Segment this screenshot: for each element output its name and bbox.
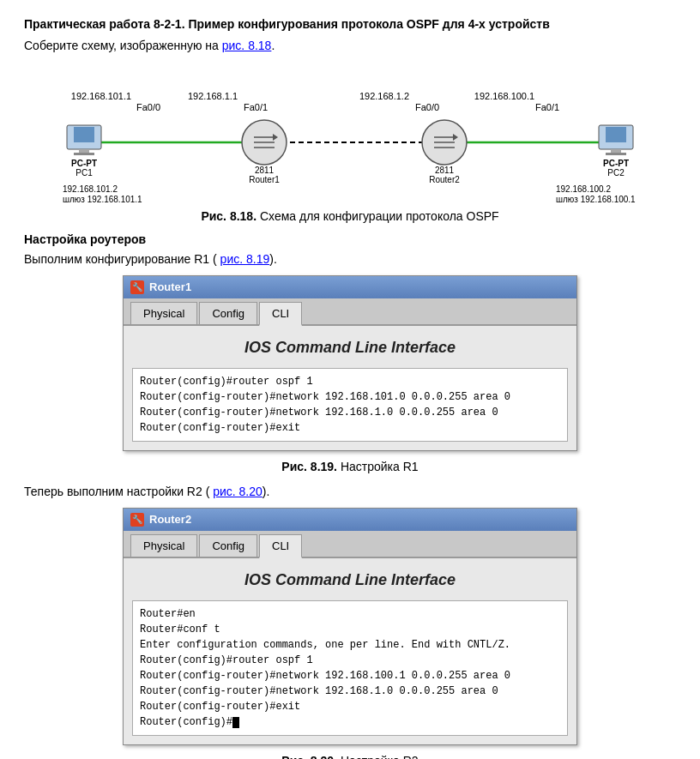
router2-titlebar: 🔧 Router2	[124, 509, 576, 531]
r2-cli-line-4: Router(config)#router ospf 1	[140, 653, 560, 668]
tab-physical[interactable]: Physical	[130, 302, 197, 325]
router2-tab-config[interactable]: Config	[199, 534, 257, 557]
section-r2-text: Теперь выполним настройки R2 ( рис. 8.20…	[24, 483, 676, 501]
tab-cli[interactable]: CLI	[259, 302, 302, 327]
svg-text:шлюз 192.168.100.1: шлюз 192.168.100.1	[556, 195, 636, 202]
svg-text:2811: 2811	[435, 166, 455, 175]
r2-cli-line-1: Router#en	[140, 606, 560, 622]
router1-title: Router1	[149, 279, 191, 296]
svg-text:Router1: Router1	[249, 175, 280, 184]
main-title: Практическая работа 8-2-1. Пример конфиг…	[24, 15, 676, 33]
svg-text:PC2: PC2	[607, 168, 625, 178]
router2-tab-physical[interactable]: Physical	[130, 534, 197, 557]
svg-text:2811: 2811	[255, 166, 275, 175]
svg-rect-14	[74, 153, 94, 155]
svg-text:Fa0/1: Fa0/1	[244, 102, 268, 112]
svg-text:Fa0/0: Fa0/0	[136, 102, 160, 112]
r2-cli-line-8: Router(config)#	[140, 714, 560, 730]
svg-text:PC1: PC1	[75, 168, 93, 178]
link-fig18[interactable]: рис. 8.18	[222, 39, 272, 52]
tab-config[interactable]: Config	[199, 302, 257, 325]
router1-terminal[interactable]: Router(config)#router ospf 1 Router(conf…	[132, 368, 568, 442]
r2-cli-line-3: Enter configuration commands, one per li…	[140, 637, 560, 653]
r2-cli-line-2: Router#conf t	[140, 622, 560, 637]
router2-content: IOS Command Line Interface Router#en Rou…	[124, 558, 576, 744]
cli-line-3: Router(config-router)#network 192.168.1.…	[140, 405, 560, 420]
svg-rect-12	[74, 127, 94, 142]
router1-tabs: Physical Config CLI	[124, 298, 576, 327]
router1-icon: 🔧	[130, 280, 144, 294]
router1-content: IOS Command Line Interface Router(config…	[124, 326, 576, 450]
svg-text:192.168.101.1: 192.168.101.1	[71, 91, 131, 101]
svg-text:Fa0/1: Fa0/1	[535, 102, 559, 112]
router2-tabs: Physical Config CLI	[124, 531, 576, 559]
svg-text:шлюз 192.168.101.1: шлюз 192.168.101.1	[63, 195, 142, 202]
fig19-caption: Рис. 8.19. Настройка R1	[24, 458, 676, 476]
network-diagram: 192.168.101.1 192.168.1.1 192.168.1.2 19…	[24, 65, 676, 202]
svg-rect-13	[79, 149, 89, 153]
cli-line-4: Router(config-router)#exit	[140, 420, 560, 436]
link-fig20[interactable]: рис. 8.20	[213, 485, 262, 498]
subtitle: Соберите схему, изображенную на рис. 8.1…	[24, 37, 676, 55]
cli-line-2: Router(config-router)#network 192.168.10…	[140, 389, 560, 405]
svg-text:192.168.101.2: 192.168.101.2	[63, 184, 118, 194]
cli-cursor	[232, 717, 239, 728]
router2-title: Router2	[149, 511, 191, 528]
r2-cli-line-7: Router(config-router)#exit	[140, 699, 560, 714]
svg-rect-34	[606, 153, 626, 155]
section-routers-text: Выполним конфигурирование R1 ( рис. 8.19…	[24, 250, 676, 268]
router2-window: 🔧 Router2 Physical Config CLI IOS Comman…	[123, 508, 577, 745]
router1-cli-header: IOS Command Line Interface	[132, 336, 568, 359]
fig20-caption: Рис. 8.20. Настройка R2	[24, 752, 676, 759]
svg-text:192.168.1.1: 192.168.1.1	[188, 91, 238, 101]
router1-titlebar: 🔧 Router1	[124, 276, 576, 298]
svg-text:192.168.100.2: 192.168.100.2	[556, 184, 611, 194]
svg-rect-32	[606, 127, 626, 142]
svg-text:PC-PT: PC-PT	[71, 159, 97, 168]
router1-window: 🔧 Router1 Physical Config CLI IOS Comman…	[123, 275, 577, 451]
svg-text:Fa0/0: Fa0/0	[415, 102, 439, 112]
router2-terminal[interactable]: Router#en Router#conf t Enter configurat…	[132, 600, 568, 736]
router2-icon: 🔧	[130, 513, 144, 527]
fig18-caption: Рис. 8.18. Схема для конфигурации проток…	[24, 208, 676, 226]
svg-text:192.168.100.1: 192.168.100.1	[474, 91, 534, 101]
svg-text:Router2: Router2	[429, 175, 460, 184]
svg-rect-33	[611, 149, 621, 153]
router2-tab-cli[interactable]: CLI	[259, 534, 302, 559]
r2-cli-line-6: Router(config-router)#network 192.168.1.…	[140, 684, 560, 699]
router2-cli-header: IOS Command Line Interface	[132, 569, 568, 592]
cli-line-1: Router(config)#router ospf 1	[140, 374, 560, 389]
r2-cli-line-5: Router(config-router)#network 192.168.10…	[140, 668, 560, 684]
link-fig19[interactable]: рис. 8.19	[220, 252, 270, 266]
svg-text:PC-PT: PC-PT	[603, 159, 629, 168]
svg-text:192.168.1.2: 192.168.1.2	[359, 91, 409, 101]
section-routers-title: Настройка роутеров	[24, 231, 676, 249]
